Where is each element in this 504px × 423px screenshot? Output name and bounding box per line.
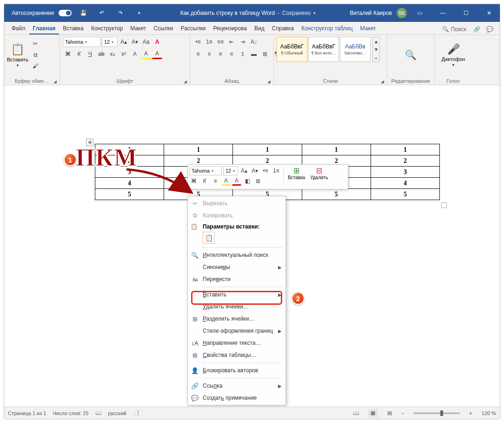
save-icon[interactable]: 💾 <box>76 4 90 22</box>
font-color-icon[interactable]: A <box>152 49 162 59</box>
tab-references[interactable]: Ссылки <box>150 22 177 34</box>
status-language[interactable]: русский <box>108 410 126 416</box>
table-cell[interactable]: 1 <box>302 144 371 155</box>
menu-table-props[interactable]: ⊞Свойства таблицы… <box>188 349 285 361</box>
styles-up-icon[interactable]: ▴ <box>373 37 379 45</box>
dictate-button[interactable]: 🎤 Диктофон ▾ <box>443 37 464 73</box>
mini-highlight-icon[interactable]: A <box>221 176 231 186</box>
menu-split-cells[interactable]: ⊞Разделить ячейки… <box>188 313 285 325</box>
share-icon[interactable]: 🔗 <box>470 24 483 34</box>
dialog-launcher-icon[interactable]: ◢ <box>381 79 384 84</box>
ribbon-display-icon[interactable]: ▭ <box>409 4 430 22</box>
tab-layout[interactable]: Макет <box>126 22 150 34</box>
sort-icon[interactable]: A↓ <box>249 37 259 47</box>
mini-borders-icon[interactable]: ⊞ <box>253 176 263 186</box>
status-words[interactable]: Число слов: 25 <box>53 410 88 416</box>
numbering-icon[interactable]: 1≡ <box>204 37 214 47</box>
style-no-spacing[interactable]: АаБбВвГ¶ Без инте… <box>308 37 339 62</box>
shading-icon[interactable]: ▬ <box>249 49 259 59</box>
search-box[interactable]: 🔍 Поиск <box>438 24 470 34</box>
menu-synonyms[interactable]: Синонимы▶ <box>188 261 285 273</box>
table-cell[interactable]: 5 <box>371 189 439 200</box>
tab-insert[interactable]: Вставка <box>59 22 87 34</box>
menu-delete-cells[interactable]: Удалить ячейки… <box>188 301 285 313</box>
shrink-font-icon[interactable]: A▾ <box>130 37 140 47</box>
bullets-icon[interactable]: •≡ <box>193 37 203 47</box>
mini-italic[interactable]: К <box>200 176 209 186</box>
underline-button[interactable]: Ч <box>85 49 95 59</box>
menu-smart-lookup[interactable]: 🔍Интеллектуальный поиск <box>188 249 285 261</box>
mini-size-combo[interactable]: 12▾ <box>223 166 238 175</box>
view-read-icon[interactable]: 📖 <box>351 409 361 417</box>
menu-border-styles[interactable]: Стили оформления границ▶ <box>188 325 285 337</box>
dialog-launcher-icon[interactable]: ◢ <box>267 79 271 84</box>
indent-dec-icon[interactable]: ⇤ <box>226 37 237 47</box>
tab-home[interactable]: Главная <box>29 22 60 34</box>
zoom-slider[interactable] <box>413 412 460 414</box>
mini-bullets-icon[interactable]: •≡ <box>261 166 270 175</box>
subscript-button[interactable]: x₂ <box>107 49 118 59</box>
tab-mailings[interactable]: Рассылки <box>177 22 210 34</box>
find-button[interactable]: 🔍 <box>397 37 425 73</box>
borders-icon[interactable]: ⊞ <box>260 49 270 59</box>
user-avatar[interactable]: ВК <box>397 8 407 18</box>
strike-button[interactable]: ab <box>96 49 106 59</box>
view-web-icon[interactable]: ▤ <box>385 409 395 417</box>
clear-format-icon[interactable]: A <box>152 37 162 47</box>
qat-customize-icon[interactable]: ▾ <box>132 4 146 22</box>
bold-button[interactable]: Ж <box>63 49 73 59</box>
tab-file[interactable]: Файл <box>8 22 29 34</box>
mini-numbering-icon[interactable]: 1≡ <box>272 166 281 175</box>
justify-icon[interactable]: ≡ <box>226 49 237 59</box>
menu-copy[interactable]: ⧉Копировать <box>188 209 285 222</box>
multilevel-icon[interactable]: ≡≡ <box>215 37 225 47</box>
paste-option-keep-formatting[interactable]: 📋 <box>203 232 215 244</box>
redo-icon[interactable]: ↷ <box>113 4 127 22</box>
undo-icon[interactable]: ↶ <box>95 4 109 22</box>
table-cell[interactable]: 1 <box>233 144 302 155</box>
indent-inc-icon[interactable]: ⇥ <box>238 37 248 47</box>
highlight-icon[interactable]: A <box>141 49 151 59</box>
mini-align-icon[interactable]: ≡ <box>211 176 220 186</box>
minimize-icon[interactable]: — <box>432 4 453 22</box>
view-print-icon[interactable]: ▦ <box>368 409 378 417</box>
zoom-in-icon[interactable]: + <box>469 410 472 416</box>
tab-view[interactable]: Вид <box>251 22 268 34</box>
menu-new-comment[interactable]: 💬Создать примечание <box>188 392 285 404</box>
table-cell[interactable]: 5 <box>302 189 371 200</box>
autosave-toggle[interactable] <box>59 10 72 16</box>
change-case-icon[interactable]: Aa <box>141 37 151 47</box>
copy-icon[interactable]: ⧉ <box>30 50 40 60</box>
table-cell[interactable]: 5 <box>95 189 164 200</box>
user-name[interactable]: Виталий Каиров <box>350 10 392 16</box>
styles-more-icon[interactable]: ⌄ <box>373 53 379 61</box>
menu-translate[interactable]: 🗛Перевести <box>188 273 285 285</box>
tab-design[interactable]: Конструктор <box>87 22 126 34</box>
mini-grow-icon[interactable]: A▴ <box>239 166 249 175</box>
table-cell[interactable]: 1 <box>371 144 439 155</box>
styles-down-icon[interactable]: ▾ <box>373 45 379 53</box>
tab-table-design[interactable]: Конструктор таблиц <box>298 22 357 34</box>
paste-button[interactable]: 📋 Вставить ▾ <box>7 37 28 73</box>
mini-shading-icon[interactable]: ◧ <box>243 176 252 186</box>
mini-delete-button[interactable]: ⊟ Удалить <box>308 166 330 186</box>
text-effects-icon[interactable]: A <box>130 49 140 59</box>
align-right-icon[interactable]: ≡ <box>215 49 225 59</box>
accessibility-icon[interactable]: 📑 <box>133 410 139 416</box>
mini-bold[interactable]: Ж <box>189 176 199 186</box>
menu-block-authors[interactable]: 👤Блокировать авторов <box>188 364 285 376</box>
mini-shrink-icon[interactable]: A▾ <box>250 166 259 175</box>
dialog-launcher-icon[interactable]: ◢ <box>53 79 57 84</box>
status-page[interactable]: Страница 1 из 1 <box>8 410 46 416</box>
tab-review[interactable]: Рецензирова <box>209 22 251 34</box>
table-cell[interactable]: 1 <box>164 144 233 155</box>
comments-icon[interactable]: 💬 <box>483 24 496 34</box>
italic-button[interactable]: К <box>74 49 84 59</box>
line-spacing-icon[interactable]: ‡ <box>238 49 248 59</box>
spellcheck-icon[interactable]: 📖 <box>95 410 102 416</box>
menu-link[interactable]: 🔗Ссылка▶ <box>188 380 285 392</box>
zoom-level[interactable]: 120 % <box>482 410 496 416</box>
close-icon[interactable]: ✕ <box>478 4 500 22</box>
menu-insert[interactable]: Вставить▶ <box>188 289 285 301</box>
style-heading1[interactable]: АаБбВвЗаголово… <box>340 37 371 62</box>
